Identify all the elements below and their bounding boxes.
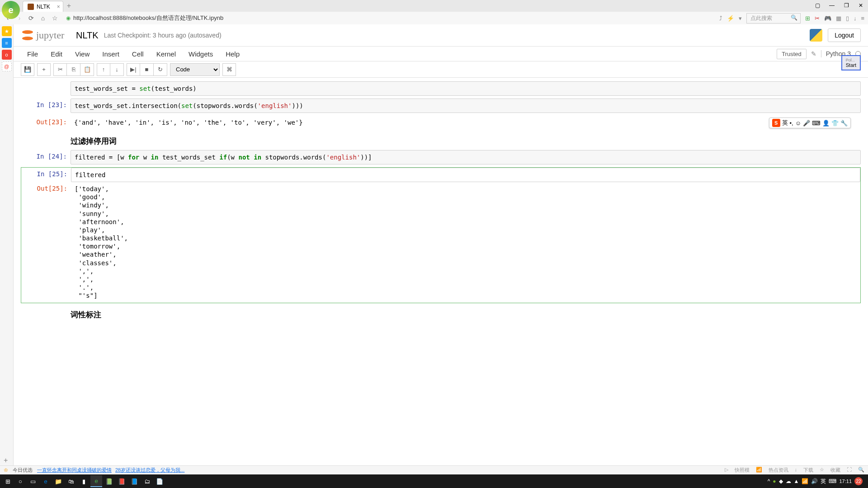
app-icon-4[interactable]: 🗂 xyxy=(141,475,153,487)
close-button[interactable]: ✕ xyxy=(854,0,868,11)
star-status-icon[interactable]: ☆ xyxy=(820,467,824,474)
puzzle-icon[interactable]: ⊞ xyxy=(805,15,810,22)
code-input[interactable]: test_words_set = set(test_words) xyxy=(71,81,861,96)
status-snapshot[interactable]: 快照模 xyxy=(735,467,750,474)
gamepad-icon[interactable]: 🎮 xyxy=(824,15,831,22)
wifi-icon[interactable]: 📶 xyxy=(756,467,762,474)
app-icon-5[interactable]: 📄 xyxy=(154,475,165,487)
notebook-container[interactable]: test_words_set = set(test_words) In [23]… xyxy=(14,78,868,474)
restart-button[interactable]: ↻ xyxy=(154,63,167,76)
edge-icon[interactable]: e xyxy=(40,475,52,487)
chevron-down-icon[interactable]: ▾ xyxy=(739,15,742,22)
tray-keyboard-icon[interactable]: ⌨ xyxy=(829,478,836,484)
tray-icon-3[interactable]: ☁ xyxy=(786,478,791,484)
sidebar-shortcut-3[interactable]: o xyxy=(2,50,12,60)
store-icon[interactable]: 🛍 xyxy=(65,475,77,487)
code-cell[interactable]: In [24]: filtered = [w for w in test_wor… xyxy=(21,150,861,164)
status-fav[interactable]: 收藏 xyxy=(830,467,840,474)
start-menu-button[interactable]: ⊞ xyxy=(2,475,14,487)
menu-cell[interactable]: Cell xyxy=(126,47,150,61)
360-browser-icon[interactable]: e xyxy=(90,475,102,487)
code-input[interactable]: filtered = [w for w in test_words_set if… xyxy=(71,150,861,164)
stop-button[interactable]: ■ xyxy=(140,63,154,76)
tray-ime-icon[interactable]: 英 xyxy=(821,478,826,485)
url-bar[interactable]: ◉ http://localhost:8888/notebooks/自然语言处理… xyxy=(62,13,716,23)
logout-button[interactable]: Logout xyxy=(828,28,861,42)
play-icon[interactable]: ▷ xyxy=(725,467,728,474)
app-icon-2[interactable]: 📕 xyxy=(116,475,127,487)
search-input[interactable]: 点此搜索🔍 xyxy=(746,13,801,23)
menu-help[interactable]: Help xyxy=(219,47,246,61)
sidebar-shortcut-1[interactable]: ★ xyxy=(2,26,12,36)
download-icon[interactable]: ↓ xyxy=(854,15,857,22)
explorer-icon[interactable]: 📁 xyxy=(52,475,64,487)
keyboard-icon[interactable]: ⌨ xyxy=(812,120,821,127)
skin-icon[interactable]: 👕 xyxy=(831,120,839,127)
scissors-icon[interactable]: ✂ xyxy=(815,15,820,22)
minimize-button[interactable]: — xyxy=(825,0,839,11)
code-input[interactable]: filtered xyxy=(71,168,860,182)
markdown-cell[interactable]: 词性标注 xyxy=(21,306,861,324)
cut-button[interactable]: ✂ xyxy=(53,63,67,76)
terminal-icon[interactable]: ▮ xyxy=(78,475,90,487)
toolbox-icon[interactable]: 🔧 xyxy=(840,120,848,127)
sidebar-shortcut-4[interactable]: @ xyxy=(2,61,12,71)
fullscreen-icon[interactable]: ⛶ xyxy=(847,467,852,474)
star-icon[interactable]: ☆ xyxy=(51,14,59,22)
menu-kernel[interactable]: Kernel xyxy=(150,47,182,61)
ime-lang[interactable]: 英 xyxy=(782,119,788,127)
mobile-icon[interactable]: ▯ xyxy=(846,15,849,22)
app-icon-3[interactable]: 📘 xyxy=(128,475,140,487)
home-icon[interactable]: ⌂ xyxy=(39,14,47,22)
tray-icon-2[interactable]: ◆ xyxy=(779,478,783,484)
grid-icon[interactable]: ▦ xyxy=(836,15,841,22)
tray-icon-4[interactable]: ▲ xyxy=(794,478,799,484)
command-palette-button[interactable]: ⌘ xyxy=(222,63,236,76)
share-icon[interactable]: ⤴ xyxy=(719,15,722,22)
bolt-icon[interactable]: ⚡ xyxy=(727,15,734,22)
run-button[interactable]: ▶| xyxy=(127,63,140,76)
menu-view[interactable]: View xyxy=(69,47,96,61)
tray-network-icon[interactable]: 📶 xyxy=(802,478,808,484)
browser-tab[interactable]: NLTK × xyxy=(23,1,63,12)
menu-file[interactable]: File xyxy=(21,47,44,61)
tray-up-icon[interactable]: ^ xyxy=(768,478,770,484)
move-up-button[interactable]: ↑ xyxy=(97,63,110,76)
emoji-icon[interactable]: ☺ xyxy=(795,120,801,127)
add-cell-button[interactable]: + xyxy=(37,63,51,76)
menu-widgets[interactable]: Widgets xyxy=(182,47,219,61)
paste-button[interactable]: 📋 xyxy=(80,63,94,76)
app-icon-1[interactable]: 📗 xyxy=(103,475,115,487)
code-cell[interactable]: test_words_set = set(test_words) xyxy=(21,81,861,96)
code-input[interactable]: test_words_set.intersection(set(stopword… xyxy=(71,99,861,113)
trusted-badge[interactable]: Trusted xyxy=(777,49,807,59)
maximize-button[interactable]: ❐ xyxy=(839,0,854,11)
jupyter-logo[interactable]: jupyter xyxy=(21,28,71,42)
tray-volume-icon[interactable]: 🔊 xyxy=(811,478,818,484)
tray-wechat-icon[interactable]: ● xyxy=(773,478,776,484)
reader-button[interactable]: ▢ xyxy=(810,0,825,11)
code-cell[interactable]: In [23]: test_words_set.intersection(set… xyxy=(21,99,861,113)
cell-type-select[interactable]: Code xyxy=(170,63,220,76)
person-icon[interactable]: 👤 xyxy=(822,120,830,127)
status-download[interactable]: 下载 xyxy=(803,467,813,474)
add-shortcut-button[interactable]: + xyxy=(4,456,8,465)
notebook-title[interactable]: NLTK xyxy=(76,30,99,41)
ime-toolbar[interactable]: S 英 •, ☺ 🎤 ⌨ 👤 👕 🔧 xyxy=(769,117,851,128)
ime-punct[interactable]: •, xyxy=(790,120,793,127)
reload-icon[interactable]: ⟳ xyxy=(27,14,35,22)
cortana-icon[interactable]: ○ xyxy=(14,475,26,487)
notification-badge[interactable]: 22 xyxy=(854,477,863,485)
code-cell-selected[interactable]: In [25]: filtered Out[25]: ['today', 'go… xyxy=(21,167,861,303)
taskview-icon[interactable]: ▭ xyxy=(27,475,39,487)
download-status-icon[interactable]: ↓ xyxy=(795,467,797,474)
tray-time[interactable]: 17:11 xyxy=(839,479,852,484)
news-link-1[interactable]: 一直怀念离开和同桌没捅破的爱情 xyxy=(37,467,112,474)
start-button[interactable]: Start xyxy=(846,62,856,68)
menu-insert[interactable]: Insert xyxy=(96,47,126,61)
markdown-cell[interactable]: 过滤掉停用词 xyxy=(21,132,861,150)
today-label[interactable]: 今日优选 xyxy=(13,467,33,474)
status-hot[interactable]: 热点资讯 xyxy=(769,467,788,474)
start-widget[interactable]: Pol... Start xyxy=(841,55,861,70)
copy-button[interactable]: ⎘ xyxy=(67,63,80,76)
